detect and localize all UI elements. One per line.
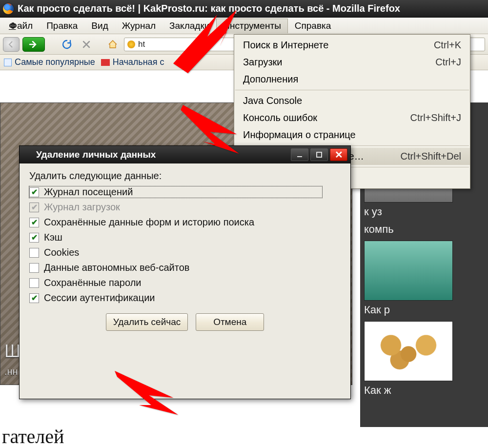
dialog-prompt: Удалить следующие данные:: [29, 170, 341, 182]
svg-rect-0: [317, 152, 322, 157]
option-label: Журнал загрузок: [44, 202, 120, 213]
menu-item-label: Java Console: [243, 95, 302, 106]
menu-item-shortcut: Ctrl+Shift+J: [410, 112, 461, 123]
menu-item-label: Поиск в Интернете: [243, 40, 328, 51]
menu-item-label: Дополнения: [243, 74, 298, 85]
menu-item-shortcut: Ctrl+J: [435, 57, 461, 68]
option-label: Кэш: [44, 232, 62, 243]
checkbox[interactable]: [29, 233, 39, 243]
clear-option[interactable]: Сохранённые данные форм и историю поиска: [29, 217, 341, 228]
option-label: Данные автономных веб-сайтов: [44, 262, 189, 273]
menu-history[interactable]: Журнал: [115, 19, 163, 33]
clear-option[interactable]: Кэш: [29, 232, 341, 243]
option-label: Сессии аутентификации: [44, 292, 155, 304]
clear-option[interactable]: Cookies: [29, 247, 341, 258]
back-button[interactable]: [3, 37, 20, 52]
tools-menu-item[interactable]: Информация о странице: [234, 126, 470, 143]
window-titlebar: Как просто сделать всё! | KakProsto.ru: …: [0, 0, 488, 18]
clear-option[interactable]: Журнал посещений: [29, 186, 322, 198]
clear-option[interactable]: Данные автономных веб-сайтов: [29, 262, 341, 273]
hero-overlay-text: Ш .нн: [4, 343, 20, 378]
forward-button[interactable]: [22, 37, 45, 52]
annotation-arrow: [181, 105, 239, 170]
tools-menu-item[interactable]: Консоль ошибокCtrl+Shift+J: [234, 109, 470, 126]
menu-item-label: Консоль ошибок: [243, 112, 317, 123]
menu-item-shortcut: Ctrl+Shift+Del: [401, 151, 462, 162]
menu-bar: ФФайл Правка Вид Журнал Закладки Инструм…: [0, 18, 488, 34]
clear-now-button[interactable]: Удалить сейчас: [106, 313, 188, 331]
sidebar-text: Как р: [364, 304, 484, 316]
tools-menu-item[interactable]: Дополнения: [234, 71, 470, 88]
svg-marker-2: [181, 105, 239, 154]
bookmark-startpage[interactable]: Начальная с: [101, 57, 164, 67]
sidebar-text: Как ж: [364, 384, 484, 397]
svg-marker-1: [173, 10, 237, 73]
clear-option: Журнал загрузок: [29, 202, 341, 213]
menu-item-shortcut: Ctrl+K: [434, 40, 461, 51]
dialog-title: Удаление личных данных: [36, 149, 156, 160]
option-label: Сохранённые пароли: [44, 277, 142, 288]
bookmark-popular[interactable]: Самые популярные: [4, 57, 95, 67]
annotation-arrow: [115, 371, 178, 427]
annotation-arrow: [173, 10, 237, 75]
bookmark-label: Самые популярные: [15, 57, 95, 67]
bookmark-icon: [4, 59, 12, 66]
tools-menu-item[interactable]: Поиск в ИнтернетеCtrl+K: [234, 37, 470, 54]
minimize-button[interactable]: [291, 148, 308, 161]
site-favicon: [127, 41, 135, 48]
reload-button[interactable]: [59, 37, 75, 52]
menu-edit[interactable]: Правка: [40, 19, 84, 33]
close-button[interactable]: ✕: [330, 148, 347, 161]
checkbox[interactable]: [29, 293, 39, 303]
checkbox: [29, 203, 39, 212]
cancel-button[interactable]: Отмена: [196, 313, 264, 331]
checkbox[interactable]: [29, 248, 39, 258]
sidebar-text: к уз: [364, 205, 484, 218]
menu-item-label: Информация о странице: [243, 129, 356, 141]
checkbox[interactable]: [29, 187, 39, 197]
clear-private-data-dialog: Удаление личных данных ✕ Удалить следующ…: [19, 145, 351, 399]
url-text: ht: [138, 40, 145, 49]
maximize-button[interactable]: [310, 148, 328, 161]
menu-file-label: Файл: [10, 20, 33, 31]
bookmark-icon: [101, 59, 110, 66]
option-label: Cookies: [44, 247, 79, 258]
checkbox[interactable]: [29, 263, 39, 273]
stop-button[interactable]: [78, 37, 95, 52]
sidebar-text: компь: [364, 223, 484, 236]
option-label: Журнал посещений: [44, 186, 133, 198]
clear-option[interactable]: Сохранённые пароли: [29, 277, 341, 288]
menu-help[interactable]: Справка: [288, 19, 338, 33]
tools-menu-item[interactable]: ЗагрузкиCtrl+J: [234, 54, 470, 71]
menu-view[interactable]: Вид: [84, 19, 115, 33]
firefox-icon: [3, 3, 14, 14]
home-button[interactable]: [104, 37, 121, 52]
menu-file[interactable]: ФФайл: [2, 19, 40, 33]
checkbox[interactable]: [29, 218, 39, 227]
menu-item-label: Загрузки: [243, 57, 283, 68]
sidebar-thumbnail[interactable]: [364, 321, 453, 381]
sidebar-thumbnail[interactable]: [364, 241, 453, 301]
tools-menu-item[interactable]: Java Console: [234, 92, 470, 109]
bookmark-label: Начальная с: [113, 57, 164, 67]
page-footer-text: гателей: [0, 425, 66, 448]
clear-option[interactable]: Сессии аутентификации: [29, 292, 341, 304]
svg-marker-3: [115, 371, 178, 415]
checkbox[interactable]: [29, 278, 39, 288]
firefox-icon: [22, 150, 32, 160]
option-label: Сохранённые данные форм и историю поиска: [44, 217, 254, 228]
